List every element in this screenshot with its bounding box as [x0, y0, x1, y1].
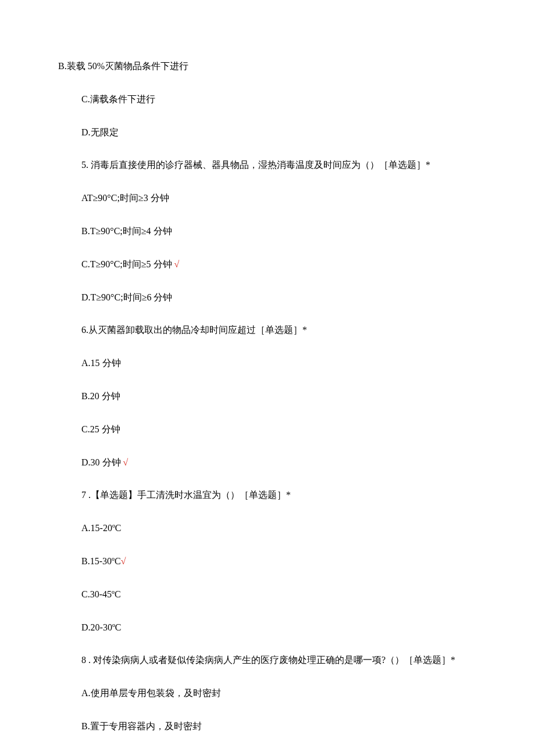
q6-stem: 6.从灭菌器卸载取出的物品冷却时间应超过［单选题］* [29, 322, 506, 339]
q8-stem: 8 . 对传染病病人或者疑似传染病病人产生的医疗废物处理正确的是哪一项?（）［单… [29, 652, 506, 669]
q6-option-a: A.15 分钟 [29, 355, 506, 372]
q4-option-c: C.满载条件下进行 [29, 91, 506, 108]
check-icon: √ [121, 556, 126, 566]
q5-option-d: D.T≥90°C;时间≥6 分钟 [29, 289, 506, 306]
check-icon: √ [123, 457, 129, 467]
check-icon: √ [174, 259, 180, 269]
text: B.15-30ºC [81, 556, 121, 566]
text: B.置于专用容器内，及时密封 [81, 721, 202, 731]
text: 8 . 对传染病病人或者疑似传染病病人产生的医疗废物处理正确的是哪一项?（）［单… [81, 655, 455, 665]
text: 7 .【单选题】手工清洗时水温宜为（）［单选题］* [81, 490, 291, 500]
text: D.无限定 [81, 127, 119, 137]
text: 5. 消毒后直接使用的诊疗器械、器具物品，湿热消毒温度及时间应为（）［单选题］* [81, 160, 430, 170]
text: C.25 分钟 [81, 424, 120, 434]
text: B.T≥90°C;时间≥4 分钟 [81, 226, 172, 236]
q7-option-a: A.15-20ºC [29, 520, 506, 537]
text: D.T≥90°C;时间≥6 分钟 [81, 292, 172, 302]
q6-option-d: D.30 分钟 √ [29, 454, 506, 471]
q8-option-a: A.使用单层专用包装袋，及时密封 [29, 685, 506, 702]
text: A.使用单层专用包装袋，及时密封 [81, 688, 221, 698]
q7-option-c: C.30-45ºC [29, 586, 506, 603]
q4-option-b: B.装载 50%灭菌物品条件下进行 [29, 58, 506, 75]
q7-option-d: D.20-30ºC [29, 619, 506, 636]
text: C.T≥90°C;时间≥5 分钟 [81, 259, 174, 269]
q5-option-b: B.T≥90°C;时间≥4 分钟 [29, 223, 506, 240]
q5-option-c: C.T≥90°C;时间≥5 分钟 √ [29, 256, 506, 273]
q7-option-b: B.15-30ºC√ [29, 553, 506, 570]
q5-stem: 5. 消毒后直接使用的诊疗器械、器具物品，湿热消毒温度及时间应为（）［单选题］* [29, 157, 506, 174]
text: AT≥90°C;时间≥3 分钟 [81, 193, 169, 203]
q7-stem: 7 .【单选题】手工清洗时水温宜为（）［单选题］* [29, 487, 506, 504]
text: A.15 分钟 [81, 358, 121, 368]
q5-option-a: AT≥90°C;时间≥3 分钟 [29, 190, 506, 207]
text: A.15-20ºC [81, 523, 122, 533]
q6-option-c: C.25 分钟 [29, 421, 506, 438]
text: C.30-45ºC [81, 589, 121, 599]
q6-option-b: B.20 分钟 [29, 388, 506, 405]
text: B.装载 50%灭菌物品条件下进行 [58, 61, 188, 71]
q4-option-d: D.无限定 [29, 124, 506, 141]
q8-option-b: B.置于专用容器内，及时密封 [29, 718, 506, 735]
text: D.20-30ºC [81, 622, 122, 632]
text: C.满载条件下进行 [81, 94, 155, 104]
text: 6.从灭菌器卸载取出的物品冷却时间应超过［单选题］* [81, 325, 307, 335]
text: B.20 分钟 [81, 391, 120, 401]
text: D.30 分钟 [81, 457, 123, 467]
